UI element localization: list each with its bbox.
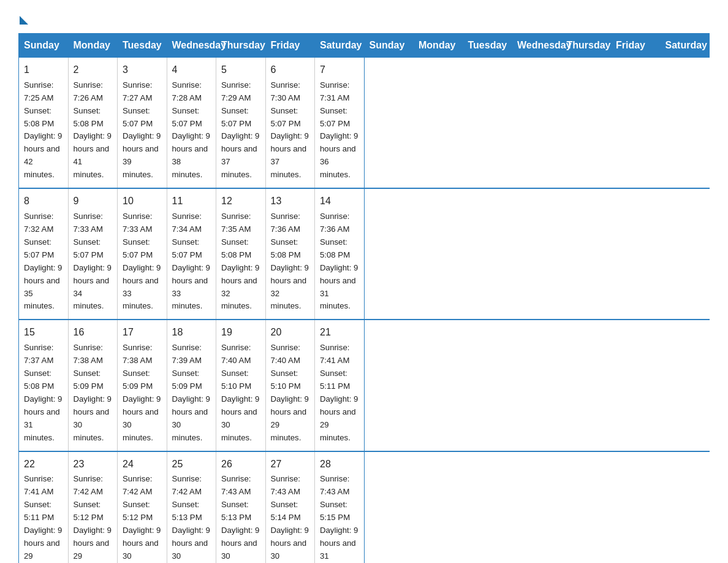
day-number: 18 [172, 325, 211, 340]
day-info: Sunrise: 7:38 AMSunset: 5:09 PMDaylight:… [74, 343, 112, 442]
day-info: Sunrise: 7:42 AMSunset: 5:13 PMDaylight:… [172, 474, 210, 563]
day-number: 9 [74, 194, 113, 209]
calendar-cell: 15Sunrise: 7:37 AMSunset: 5:08 PMDayligh… [19, 320, 69, 451]
day-number: 24 [123, 457, 162, 472]
calendar-cell: 3Sunrise: 7:27 AMSunset: 5:07 PMDaylight… [118, 58, 167, 189]
calendar-cell: 13Sunrise: 7:36 AMSunset: 5:08 PMDayligh… [265, 188, 315, 320]
day-info: Sunrise: 7:30 AMSunset: 5:07 PMDaylight:… [271, 80, 309, 179]
calendar-cell: 2Sunrise: 7:26 AMSunset: 5:08 PMDaylight… [68, 58, 118, 189]
day-number: 25 [172, 457, 211, 472]
day-info: Sunrise: 7:41 AMSunset: 5:11 PMDaylight:… [24, 474, 62, 563]
day-info: Sunrise: 7:29 AMSunset: 5:07 PMDaylight:… [221, 80, 259, 179]
day-number: 3 [123, 63, 162, 78]
header-monday: Monday [68, 34, 118, 58]
calendar-cell: 8Sunrise: 7:32 AMSunset: 5:07 PMDaylight… [19, 188, 69, 320]
calendar-week-row: 22Sunrise: 7:41 AMSunset: 5:11 PMDayligh… [19, 451, 710, 563]
day-number: 23 [74, 457, 113, 472]
day-info: Sunrise: 7:36 AMSunset: 5:08 PMDaylight:… [271, 212, 309, 310]
day-number: 4 [172, 63, 211, 78]
day-info: Sunrise: 7:28 AMSunset: 5:07 PMDaylight:… [172, 80, 210, 179]
day-number: 7 [320, 63, 359, 78]
day-number: 28 [320, 457, 359, 472]
col-header-thursday: Thursday [561, 34, 611, 58]
day-info: Sunrise: 7:33 AMSunset: 5:07 PMDaylight:… [74, 212, 112, 310]
col-header-tuesday: Tuesday [463, 34, 512, 58]
col-header-monday: Monday [414, 34, 463, 58]
day-number: 11 [172, 194, 211, 209]
calendar-cell: 14Sunrise: 7:36 AMSunset: 5:08 PMDayligh… [315, 188, 365, 320]
day-info: Sunrise: 7:40 AMSunset: 5:10 PMDaylight:… [221, 343, 259, 442]
calendar-cell: 9Sunrise: 7:33 AMSunset: 5:07 PMDaylight… [68, 188, 118, 320]
calendar-cell: 24Sunrise: 7:42 AMSunset: 5:12 PMDayligh… [118, 451, 167, 563]
day-info: Sunrise: 7:26 AMSunset: 5:08 PMDaylight:… [74, 80, 112, 179]
day-number: 20 [271, 325, 310, 340]
day-number: 19 [221, 325, 260, 340]
day-info: Sunrise: 7:27 AMSunset: 5:07 PMDaylight:… [123, 80, 161, 179]
day-info: Sunrise: 7:41 AMSunset: 5:11 PMDaylight:… [320, 343, 358, 442]
calendar-cell: 1Sunrise: 7:25 AMSunset: 5:08 PMDaylight… [19, 58, 69, 189]
calendar-cell: 4Sunrise: 7:28 AMSunset: 5:07 PMDaylight… [167, 58, 216, 189]
day-number: 22 [24, 457, 63, 472]
col-header-friday: Friday [611, 34, 661, 58]
day-number: 5 [221, 63, 260, 78]
day-number: 8 [24, 194, 63, 209]
day-info: Sunrise: 7:40 AMSunset: 5:10 PMDaylight:… [271, 343, 309, 442]
header-friday: Friday [265, 34, 315, 58]
day-number: 17 [123, 325, 162, 340]
day-info: Sunrise: 7:43 AMSunset: 5:14 PMDaylight:… [271, 474, 309, 563]
calendar-cell: 10Sunrise: 7:33 AMSunset: 5:07 PMDayligh… [118, 188, 167, 320]
day-info: Sunrise: 7:33 AMSunset: 5:07 PMDaylight:… [123, 212, 161, 310]
day-info: Sunrise: 7:31 AMSunset: 5:07 PMDaylight:… [320, 80, 358, 179]
calendar-week-row: 8Sunrise: 7:32 AMSunset: 5:07 PMDaylight… [19, 188, 710, 320]
calendar-cell: 7Sunrise: 7:31 AMSunset: 5:07 PMDaylight… [315, 58, 365, 189]
header-tuesday: Tuesday [118, 34, 167, 58]
page-header [18, 12, 710, 22]
calendar-cell: 5Sunrise: 7:29 AMSunset: 5:07 PMDaylight… [216, 58, 266, 189]
day-info: Sunrise: 7:25 AMSunset: 5:08 PMDaylight:… [24, 80, 62, 179]
calendar-cell: 21Sunrise: 7:41 AMSunset: 5:11 PMDayligh… [315, 320, 365, 451]
calendar-cell: 26Sunrise: 7:43 AMSunset: 5:13 PMDayligh… [216, 451, 266, 563]
calendar-cell: 25Sunrise: 7:42 AMSunset: 5:13 PMDayligh… [167, 451, 216, 563]
day-number: 27 [271, 457, 310, 472]
calendar-cell: 28Sunrise: 7:43 AMSunset: 5:15 PMDayligh… [315, 451, 365, 563]
day-info: Sunrise: 7:32 AMSunset: 5:07 PMDaylight:… [24, 212, 62, 310]
calendar-cell: 19Sunrise: 7:40 AMSunset: 5:10 PMDayligh… [216, 320, 266, 451]
day-info: Sunrise: 7:43 AMSunset: 5:13 PMDaylight:… [221, 474, 259, 563]
day-info: Sunrise: 7:39 AMSunset: 5:09 PMDaylight:… [172, 343, 210, 442]
day-number: 14 [320, 194, 359, 209]
logo-arrow-icon [20, 16, 28, 25]
day-info: Sunrise: 7:34 AMSunset: 5:07 PMDaylight:… [172, 212, 210, 310]
day-number: 12 [221, 194, 260, 209]
calendar-cell: 22Sunrise: 7:41 AMSunset: 5:11 PMDayligh… [19, 451, 69, 563]
calendar-cell: 20Sunrise: 7:40 AMSunset: 5:10 PMDayligh… [265, 320, 315, 451]
calendar-week-row: 15Sunrise: 7:37 AMSunset: 5:08 PMDayligh… [19, 320, 710, 451]
day-number: 26 [221, 457, 260, 472]
day-number: 6 [271, 63, 310, 78]
day-info: Sunrise: 7:42 AMSunset: 5:12 PMDaylight:… [123, 474, 161, 563]
day-info: Sunrise: 7:37 AMSunset: 5:08 PMDaylight:… [24, 343, 62, 442]
calendar-cell: 12Sunrise: 7:35 AMSunset: 5:08 PMDayligh… [216, 188, 266, 320]
day-number: 1 [24, 63, 63, 78]
calendar-cell: 18Sunrise: 7:39 AMSunset: 5:09 PMDayligh… [167, 320, 216, 451]
header-sunday: Sunday [19, 34, 69, 58]
header-saturday: Saturday [315, 34, 365, 58]
calendar-cell: 11Sunrise: 7:34 AMSunset: 5:07 PMDayligh… [167, 188, 216, 320]
day-info: Sunrise: 7:35 AMSunset: 5:08 PMDaylight:… [221, 212, 259, 310]
calendar-table: SundayMondayTuesdayWednesdayThursdayFrid… [18, 33, 710, 563]
day-number: 15 [24, 325, 63, 340]
col-header-saturday: Saturday [660, 34, 710, 58]
day-info: Sunrise: 7:42 AMSunset: 5:12 PMDaylight:… [74, 474, 112, 563]
day-number: 2 [74, 63, 113, 78]
col-header-wednesday: Wednesday [512, 34, 562, 58]
day-number: 21 [320, 325, 359, 340]
day-number: 10 [123, 194, 162, 209]
calendar-cell: 23Sunrise: 7:42 AMSunset: 5:12 PMDayligh… [68, 451, 118, 563]
day-number: 13 [271, 194, 310, 209]
day-number: 16 [74, 325, 113, 340]
day-info: Sunrise: 7:43 AMSunset: 5:15 PMDaylight:… [320, 474, 358, 563]
calendar-cell: 17Sunrise: 7:38 AMSunset: 5:09 PMDayligh… [118, 320, 167, 451]
calendar-header-row: SundayMondayTuesdayWednesdayThursdayFrid… [19, 34, 710, 58]
col-header-sunday: Sunday [364, 34, 414, 58]
day-info: Sunrise: 7:38 AMSunset: 5:09 PMDaylight:… [123, 343, 161, 442]
header-thursday: Thursday [216, 34, 266, 58]
